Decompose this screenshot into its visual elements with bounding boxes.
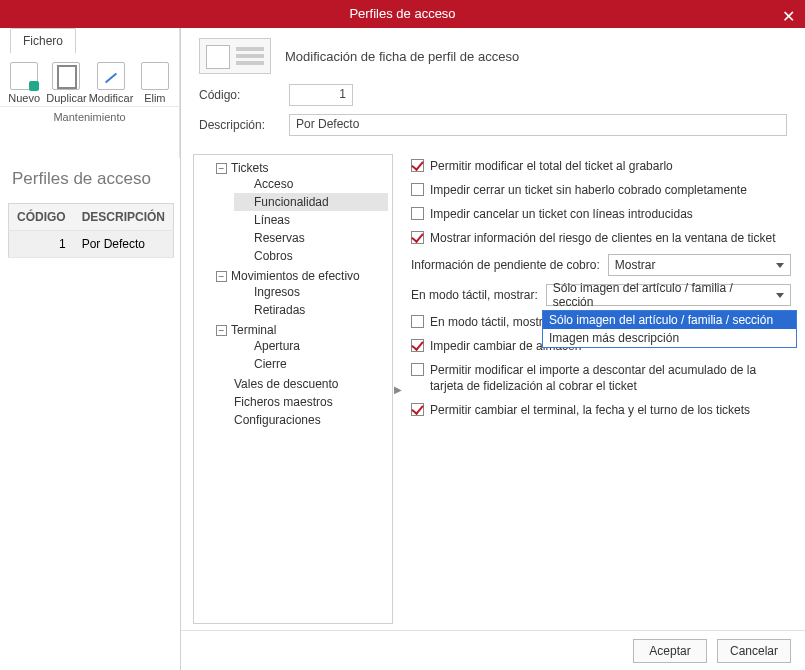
- modify-icon: [97, 62, 125, 90]
- opt-label: Permitir cambiar el terminal, la fecha y…: [430, 402, 750, 418]
- table-row[interactable]: 1 Por Defecto: [9, 231, 174, 258]
- tree-node-ingresos[interactable]: Ingresos: [234, 283, 388, 301]
- tree-node-tickets[interactable]: −Tickets Acceso Funcionalidad Líneas Res…: [214, 159, 390, 267]
- tree-label: Acceso: [236, 177, 386, 191]
- opt-show-risk[interactable]: Mostrar información del riesgo de client…: [411, 226, 791, 250]
- checkbox-icon[interactable]: [411, 207, 424, 220]
- opt-label: Permitir modificar el importe a desconta…: [430, 362, 791, 394]
- col-desc[interactable]: DESCRIPCIÓN: [74, 204, 174, 231]
- tab-file[interactable]: Fichero: [10, 28, 76, 53]
- dialog-body: −Tickets Acceso Funcionalidad Líneas Res…: [181, 148, 805, 630]
- checkbox-icon[interactable]: [411, 231, 424, 244]
- modify-button[interactable]: Modificar: [89, 62, 133, 104]
- tree-node-funcionalidad[interactable]: Funcionalidad: [234, 193, 388, 211]
- tree-label: Cobros: [236, 249, 386, 263]
- ribbon-area: Fichero Nuevo Duplicar Modificar Elim Ma…: [0, 28, 180, 158]
- tree-label: Cierre: [236, 357, 386, 371]
- tree-label: Terminal: [231, 323, 276, 337]
- description-field[interactable]: Por Defecto: [289, 114, 787, 136]
- opt-modify-loyalty[interactable]: Permitir modificar el importe a desconta…: [411, 358, 791, 398]
- dialog-subtitle: Modificación de ficha de perfil de acces…: [285, 49, 519, 64]
- description-row: Descripción: Por Defecto: [181, 110, 805, 140]
- tree-node-acceso[interactable]: Acceso: [234, 175, 388, 193]
- tree-label: Líneas: [236, 213, 386, 227]
- checkbox-icon[interactable]: [411, 315, 424, 328]
- tree-label: Ingresos: [236, 285, 386, 299]
- code-label: Código:: [199, 88, 279, 102]
- duplicate-icon: [52, 62, 80, 90]
- tree-label: Tickets: [231, 161, 269, 175]
- table-header-row: CÓDIGO DESCRIPCIÓN: [9, 204, 174, 231]
- tree-node-apertura[interactable]: Apertura: [234, 337, 388, 355]
- checkbox-icon[interactable]: [411, 339, 424, 352]
- tree-label: Ficheros maestros: [216, 395, 388, 409]
- opt-label: Impedir cancelar un ticket con líneas in…: [430, 206, 693, 222]
- cell-desc: Por Defecto: [74, 231, 174, 258]
- new-icon: [10, 62, 38, 90]
- combo-value: Mostrar: [615, 258, 656, 272]
- duplicate-button[interactable]: Duplicar: [46, 62, 86, 104]
- new-label: Nuevo: [8, 92, 40, 104]
- tree-node-vales[interactable]: Vales de descuento: [214, 375, 390, 393]
- delete-icon: [141, 62, 169, 90]
- code-field[interactable]: 1: [289, 84, 353, 106]
- tree-node-reservas[interactable]: Reservas: [234, 229, 388, 247]
- title-bar: Perfiles de acceso ✕: [0, 0, 805, 28]
- page-title: Perfiles de acceso: [8, 163, 172, 203]
- tree-node-movimientos[interactable]: −Movimientos de efectivo Ingresos Retira…: [214, 267, 390, 321]
- tree-node-terminal[interactable]: −Terminal Apertura Cierre: [214, 321, 390, 375]
- collapse-icon[interactable]: −: [216, 271, 227, 282]
- opt-label: En modo táctil, mostrar: [430, 314, 553, 330]
- opt-label: Mostrar información del riesgo de client…: [430, 230, 776, 246]
- tree-node-ficheros[interactable]: Ficheros maestros: [214, 393, 390, 411]
- tree-label: Funcionalidad: [236, 195, 386, 209]
- touch-combo-dropdown[interactable]: Sólo imagen del artículo / familia / sec…: [542, 310, 797, 348]
- ribbon-group-maintenance: Nuevo Duplicar Modificar Elim: [0, 56, 179, 107]
- ribbon-tabs: Fichero: [0, 28, 179, 56]
- opt-label: Impedir cerrar un ticket sin haberlo cob…: [430, 182, 747, 198]
- ribbon-group-label: Mantenimiento: [0, 107, 179, 129]
- code-row: Código: 1: [181, 80, 805, 110]
- tree-label: Apertura: [236, 339, 386, 353]
- close-icon[interactable]: ✕: [782, 3, 795, 31]
- tree-node-retiradas[interactable]: Retiradas: [234, 301, 388, 319]
- checkbox-icon[interactable]: [411, 159, 424, 172]
- dialog-footer: Aceptar Cancelar: [181, 630, 805, 670]
- tree-node-cobros[interactable]: Cobros: [234, 247, 388, 265]
- tree-node-config[interactable]: Configuraciones: [214, 411, 390, 429]
- dropdown-option[interactable]: Imagen más descripción: [543, 329, 796, 347]
- profiles-table: CÓDIGO DESCRIPCIÓN 1 Por Defecto: [8, 203, 174, 258]
- cell-code: 1: [9, 231, 74, 258]
- cancel-button[interactable]: Cancelar: [717, 639, 791, 663]
- opt-modify-total[interactable]: Permitir modificar el total del ticket a…: [411, 154, 791, 178]
- accept-button[interactable]: Aceptar: [633, 639, 707, 663]
- tree-label: Reservas: [236, 231, 386, 245]
- checkbox-icon[interactable]: [411, 363, 424, 376]
- opt-prevent-close[interactable]: Impedir cerrar un ticket sin haberlo cob…: [411, 178, 791, 202]
- delete-button[interactable]: Elim: [135, 62, 175, 104]
- tree-node-cierre[interactable]: Cierre: [234, 355, 388, 373]
- nav-tree: −Tickets Acceso Funcionalidad Líneas Res…: [193, 154, 393, 624]
- checkbox-icon[interactable]: [411, 183, 424, 196]
- dropdown-option[interactable]: Sólo imagen del artículo / familia / sec…: [543, 311, 796, 329]
- collapse-icon[interactable]: −: [216, 325, 227, 336]
- new-button[interactable]: Nuevo: [4, 62, 44, 104]
- left-panel: Perfiles de acceso CÓDIGO DESCRIPCIÓN 1 …: [0, 155, 180, 670]
- col-code[interactable]: CÓDIGO: [9, 204, 74, 231]
- checkbox-icon[interactable]: [411, 403, 424, 416]
- delete-label: Elim: [144, 92, 165, 104]
- preview-icon: [199, 38, 271, 74]
- touch-label: En modo táctil, mostrar:: [411, 288, 538, 302]
- modify-label: Modificar: [89, 92, 134, 104]
- opt-prevent-cancel[interactable]: Impedir cancelar un ticket con líneas in…: [411, 202, 791, 226]
- touch-combo[interactable]: Sólo imagen del artículo / familia / sec…: [546, 284, 791, 306]
- opt-change-terminal[interactable]: Permitir cambiar el terminal, la fecha y…: [411, 398, 791, 422]
- tree-label: Movimientos de efectivo: [231, 269, 360, 283]
- tree-node-lineas[interactable]: Líneas: [234, 211, 388, 229]
- pending-combo[interactable]: Mostrar: [608, 254, 791, 276]
- profile-dialog: Modificación de ficha de perfil de acces…: [180, 28, 805, 670]
- opt-pending-info: Información de pendiente de cobro: Mostr…: [411, 250, 791, 280]
- collapse-icon[interactable]: −: [216, 163, 227, 174]
- dialog-header: Modificación de ficha de perfil de acces…: [181, 28, 805, 80]
- panel-expand-handle[interactable]: ▶: [393, 148, 403, 630]
